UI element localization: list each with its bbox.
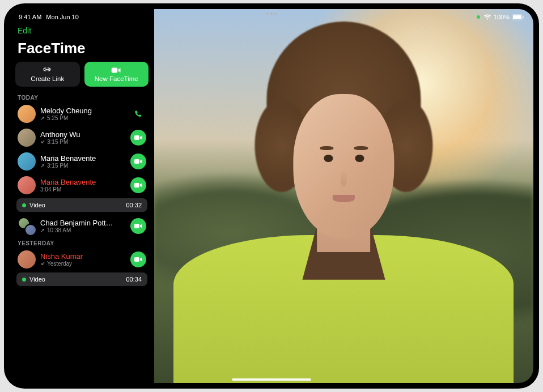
- chip-duration: 00:34: [126, 276, 142, 283]
- outgoing-icon: [40, 163, 45, 168]
- avatar: [18, 105, 36, 123]
- call-meta: 3:15 PM: [40, 163, 126, 169]
- outgoing-icon: [40, 116, 45, 121]
- edit-button[interactable]: Edit: [15, 25, 149, 36]
- home-indicator[interactable]: [232, 378, 311, 381]
- incoming-icon: [40, 261, 45, 266]
- call-name-missed: Nisha Kumar: [40, 252, 126, 261]
- avatar: [18, 129, 36, 147]
- call-name: Melody Cheung: [40, 106, 126, 115]
- battery-percent: 100%: [494, 14, 510, 20]
- call-name: Chad Benjamin Pott…: [40, 219, 126, 227]
- create-link-label: Create Link: [31, 75, 64, 82]
- call-name: Anthony Wu: [40, 130, 126, 139]
- video-icon: [134, 157, 143, 166]
- svg-rect-3: [112, 68, 118, 73]
- call-list-yesterday: Nisha Kumar Yesterday Video: [15, 248, 149, 288]
- video-call-button[interactable]: [130, 130, 146, 146]
- chip-label: Video: [29, 276, 45, 283]
- wifi-icon: [483, 14, 491, 20]
- multitask-dots[interactable]: [266, 12, 277, 15]
- phone-icon: [134, 109, 143, 118]
- chip-label: Video: [29, 202, 45, 208]
- outgoing-icon: [40, 228, 45, 233]
- video-call-button[interactable]: [130, 218, 146, 234]
- call-list-today: Melody Cheung 5:25 PM Anthony Wu: [15, 102, 149, 238]
- self-view-person: [196, 39, 492, 383]
- video-icon: [111, 66, 121, 74]
- video-icon: [134, 221, 143, 231]
- phone-call-button[interactable]: [130, 106, 146, 122]
- call-meta: 3:15 PM: [40, 139, 126, 145]
- svg-rect-5: [134, 159, 139, 164]
- status-time: 9:41 AM: [19, 14, 41, 20]
- video-call-button[interactable]: [130, 252, 146, 267]
- call-item[interactable]: Chad Benjamin Pott… 10:38 AM: [15, 214, 149, 238]
- voicemail-chip[interactable]: Video 00:34: [16, 272, 147, 286]
- unread-dot-icon: [22, 278, 26, 282]
- svg-rect-4: [134, 135, 139, 140]
- create-link-button[interactable]: Create Link: [15, 62, 80, 87]
- battery-icon: [512, 14, 524, 20]
- avatar: [18, 176, 36, 194]
- svg-rect-7: [134, 224, 139, 228]
- section-yesterday: YESTERDAY: [15, 238, 149, 248]
- status-bar: 9:41 AM Mon Jun 10 100%: [10, 9, 533, 23]
- avatar: [18, 152, 36, 171]
- call-name-missed: Maria Benavente: [40, 178, 126, 186]
- call-name: Maria Benavente: [40, 154, 126, 163]
- video-icon: [134, 181, 143, 190]
- new-facetime-label: New FaceTime: [95, 75, 138, 82]
- avatar: [18, 250, 36, 269]
- svg-rect-1: [513, 15, 521, 19]
- app-title: FaceTime: [15, 40, 149, 62]
- video-call-button[interactable]: [130, 154, 146, 169]
- chip-duration: 00:32: [126, 202, 142, 208]
- video-icon: [134, 133, 143, 142]
- camera-preview[interactable]: [154, 9, 533, 383]
- unread-dot-icon: [22, 203, 26, 207]
- incoming-icon: [40, 139, 45, 144]
- voicemail-chip[interactable]: Video 00:32: [16, 198, 147, 212]
- call-meta: 5:25 PM: [40, 115, 126, 121]
- svg-rect-2: [523, 16, 524, 18]
- sidebar: Edit FaceTime Create Link New FaceTime T…: [10, 9, 154, 383]
- status-date: Mon Jun 10: [46, 14, 78, 20]
- svg-rect-6: [134, 183, 139, 188]
- section-today: TODAY: [15, 92, 149, 102]
- new-facetime-button[interactable]: New FaceTime: [84, 62, 149, 87]
- call-item[interactable]: Melody Cheung 5:25 PM: [15, 102, 149, 126]
- call-meta: Yesterday: [40, 261, 126, 267]
- call-item[interactable]: Maria Benavente 3:04 PM: [15, 173, 149, 197]
- video-icon: [134, 255, 143, 264]
- avatar-group: [18, 217, 36, 235]
- call-meta: 10:38 AM: [40, 227, 126, 233]
- video-call-button[interactable]: [130, 177, 146, 193]
- call-item[interactable]: Nisha Kumar Yesterday: [15, 248, 149, 271]
- screen: 9:41 AM Mon Jun 10 100% Edit FaceTime: [10, 9, 533, 383]
- call-meta: 3:04 PM: [40, 186, 126, 193]
- call-item[interactable]: Anthony Wu 3:15 PM: [15, 126, 149, 150]
- svg-rect-8: [134, 257, 139, 262]
- ipad-frame: 9:41 AM Mon Jun 10 100% Edit FaceTime: [4, 3, 539, 389]
- call-item[interactable]: Maria Benavente 3:15 PM: [15, 150, 149, 173]
- camera-dot-icon: [477, 15, 480, 19]
- link-icon: [43, 66, 53, 74]
